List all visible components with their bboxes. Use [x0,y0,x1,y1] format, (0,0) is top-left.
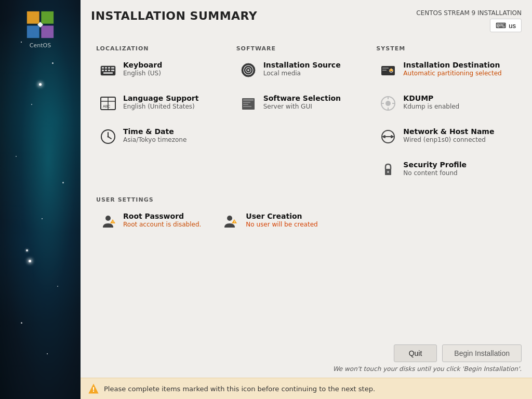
root-password-icon-wrap: ! [98,211,118,231]
star-deco [47,353,48,354]
header-right: CENTOS STREAM 9 INSTALLATION ⌨ us [416,9,522,32]
svg-text:ABC: ABC [103,104,110,108]
user-creation-subtitle: No user will be created [246,221,317,229]
svg-point-22 [108,136,109,138]
language-subtitle: English (United States) [123,103,198,111]
sections-grid: LOCALIZATION [96,43,516,191]
svg-marker-1 [41,11,54,24]
star-deco [31,104,32,105]
software-header: SOFTWARE [236,45,369,52]
software-selection-text: Software Selection Server with GUI [263,94,341,111]
svg-rect-9 [111,67,114,69]
install-label: CENTOS STREAM 9 INSTALLATION [416,9,522,17]
svg-point-50 [387,171,389,173]
warning-bar: Please complete items marked with this i… [81,378,532,399]
user-creation-icon: ! [222,213,239,230]
star-deco [21,322,22,324]
install-source-subtitle: Local media [263,70,341,78]
star-bright [39,83,42,86]
software-column: SOFTWARE Installation Source Loc [236,43,377,191]
centos-logo-svg [26,10,55,39]
star-deco [26,249,28,251]
svg-rect-14 [103,72,113,74]
content-area: LOCALIZATION [81,37,532,339]
svg-rect-36 [382,68,389,69]
kdump-subtitle: Kdump is enabled [403,103,459,111]
install-dest-title: Installation Destination [403,60,501,70]
keyboard-item[interactable]: Keyboard English (US) [96,58,229,82]
svg-rect-8 [108,67,110,69]
svg-text:!: ! [113,220,114,223]
user-settings-section: USER SETTINGS ! Root Pa [96,196,516,243]
time-item[interactable]: Time & Date Asia/Tokyo timezone [96,125,229,149]
svg-rect-37 [382,70,387,71]
language-icon: ABC [100,95,116,112]
svg-rect-10 [102,70,104,71]
software-selection-icon [240,95,257,112]
star-deco [16,156,17,157]
centos-text: CentOS [30,42,51,49]
star-deco [62,182,64,183]
svg-point-51 [105,216,111,221]
language-button[interactable]: ⌨ us [490,19,522,32]
network-title: Network & Host Name [403,127,494,136]
language-item[interactable]: ABC Language Support English (United Sta… [96,91,229,115]
main-content: INSTALLATION SUMMARY CENTOS STREAM 9 INS… [81,0,532,399]
software-selection-icon-wrap [238,94,258,113]
kdump-item[interactable]: KDUMP Kdump is enabled [376,91,509,115]
begin-installation-button[interactable]: Begin Installation [442,344,522,362]
install-dest-icon: ! [380,62,396,78]
root-password-text: Root Password Root account is disabled. [123,211,201,229]
kdump-title: KDUMP [403,94,459,103]
svg-marker-0 [27,11,39,24]
root-password-subtitle: Root account is disabled. [123,221,201,229]
time-subtitle: Asia/Tokyo timezone [123,136,187,144]
security-icon-wrap [378,160,398,180]
software-selection-title: Software Selection [263,94,341,103]
quit-button[interactable]: Quit [394,344,437,362]
software-selection-subtitle: Server with GUI [263,103,341,111]
svg-point-54 [227,216,232,221]
security-title: Security Profile [403,160,467,169]
footer-buttons: Quit Begin Installation [394,344,522,362]
user-settings-items: ! Root Password Root account is disabled… [96,209,516,243]
svg-point-41 [385,101,391,106]
install-source-item[interactable]: Installation Source Local media [236,58,369,82]
keyboard-icon-wrap [98,60,118,80]
network-item[interactable]: Network & Host Name Wired (enp1s0) conne… [376,125,509,149]
svg-rect-32 [243,106,251,107]
system-header: SYSTEM [376,45,509,52]
security-icon [380,162,396,178]
svg-marker-2 [27,25,39,38]
star-deco [57,286,58,287]
language-text: Language Support English (United States) [123,94,198,111]
install-source-title: Installation Source [263,60,341,70]
lang-code: us [509,22,516,30]
localization-header: LOCALIZATION [96,45,229,52]
security-item[interactable]: Security Profile No content found [376,158,509,182]
user-creation-icon-wrap: ! [221,211,241,231]
sidebar: CentOS [0,0,81,399]
network-icon-wrap [378,127,398,147]
root-password-title: Root Password [123,211,201,221]
star-deco [42,218,43,219]
root-password-item[interactable]: ! Root Password Root account is disabled… [96,209,203,233]
install-dest-subtitle: Automatic partitioning selected [403,70,501,78]
keyboard-text: Keyboard English (US) [123,60,162,78]
install-source-icon-wrap [238,60,258,80]
software-selection-item[interactable]: Software Selection Server with GUI [236,91,369,115]
user-creation-title: User Creation [246,211,317,221]
user-creation-item[interactable]: ! User Creation No user will be created [219,209,320,233]
localization-column: LOCALIZATION [96,43,236,191]
install-dest-text: Installation Destination Automatic parti… [403,60,501,78]
svg-marker-3 [41,25,54,38]
install-source-icon [240,62,257,78]
kdump-icon [380,95,396,112]
security-text: Security Profile No content found [403,160,467,178]
time-icon-wrap [98,127,118,147]
user-creation-text: User Creation No user will be created [246,211,317,229]
footer-hint: We won't touch your disks until you clic… [333,365,522,373]
kdump-text: KDUMP Kdump is enabled [403,94,459,111]
install-dest-item[interactable]: ! Installation Destination Automatic par… [376,58,509,82]
svg-rect-30 [243,102,250,103]
